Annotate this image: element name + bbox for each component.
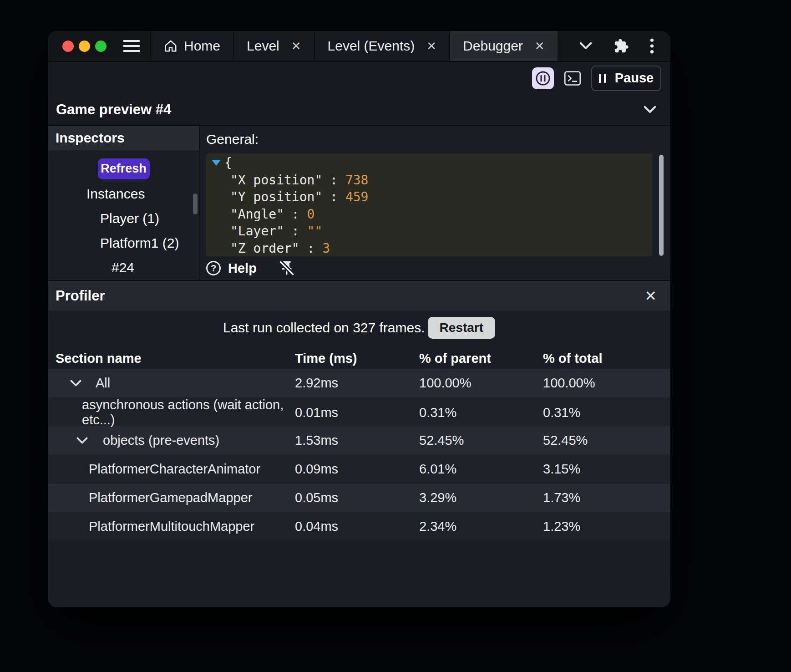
tree-item-player[interactable]: Player (1) [48, 206, 199, 231]
inspectors-panel: Inspectors Refresh Instances Player (1) … [48, 126, 200, 280]
game-preview-title: Game preview #4 [56, 102, 171, 118]
column-header-total: % of total [543, 351, 670, 366]
column-header-time: Time (ms) [295, 351, 419, 366]
help-row: ? Help [206, 260, 670, 276]
json-property[interactable]: "Angle" : 0 [206, 206, 652, 223]
profiler-table-header: Section name Time (ms) % of parent % of … [48, 348, 670, 369]
close-tab-icon[interactable]: ✕ [535, 39, 545, 53]
json-property[interactable]: "X position" : 738 [206, 172, 652, 189]
tab-level-events[interactable]: Level (Events) ✕ [315, 31, 451, 61]
refresh-button[interactable]: Refresh [98, 158, 150, 179]
profiler-title: Profiler [56, 288, 105, 304]
maximize-window-button[interactable] [95, 41, 106, 52]
tab-level[interactable]: Level ✕ [234, 31, 315, 61]
debugger-main: Inspectors Refresh Instances Player (1) … [48, 126, 670, 280]
scrollbar-thumb[interactable] [193, 193, 198, 214]
chevron-down-icon[interactable] [76, 437, 88, 445]
tree-item-instance-24[interactable]: #24 [48, 255, 199, 280]
general-panel: General: { "X position" : 738 "Y positio… [200, 126, 670, 280]
restart-button[interactable]: Restart [428, 317, 495, 339]
game-preview-bar[interactable]: Game preview #4 [48, 94, 670, 126]
table-row-objects-pre-events[interactable]: objects (pre-events) 1.53ms 52.45% 52.45… [48, 426, 670, 455]
minimize-window-button[interactable] [79, 41, 90, 52]
scrollbar-thumb[interactable] [659, 155, 664, 256]
close-tab-icon[interactable]: ✕ [426, 39, 436, 53]
column-header-section: Section name [48, 351, 295, 366]
json-property[interactable]: "Layer" : "" [206, 223, 652, 240]
help-label[interactable]: Help [228, 261, 257, 276]
column-header-parent: % of parent [419, 351, 543, 366]
table-row-character-animator[interactable]: PlatformerCharacterAnimator 0.09ms 6.01%… [48, 455, 670, 484]
general-panel-title: General: [206, 132, 670, 147]
home-icon [164, 39, 177, 53]
json-property[interactable]: "Z order" : 3 [206, 240, 652, 257]
tab-label: Level [247, 38, 279, 54]
pause-button[interactable]: Pause [591, 66, 661, 91]
close-tab-icon[interactable]: ✕ [291, 39, 301, 53]
close-profiler-icon[interactable]: ✕ [644, 289, 657, 303]
json-property[interactable]: "Y position" : 459 [206, 188, 652, 206]
pause-on-exceptions-toggle-button[interactable] [532, 67, 554, 89]
close-window-button[interactable] [62, 41, 74, 52]
titlebar-right-controls [579, 31, 670, 61]
profiler-status-row: Last run collected on 327 frames. Restar… [48, 317, 670, 339]
titlebar: Home Level ✕ Level (Events) ✕ Debugger ✕ [48, 31, 670, 62]
tab-label: Level (Events) [328, 38, 415, 54]
kebab-menu-icon[interactable] [650, 38, 654, 54]
inspectors-panel-title: Inspectors [48, 126, 199, 150]
instance-properties-json-view[interactable]: { "X position" : 738 "Y position" : 459 … [206, 153, 652, 256]
tab-label: Home [184, 38, 220, 54]
table-row-multitouch-mapper[interactable]: PlatformerMultitouchMapper 0.04ms 2.34% … [48, 512, 670, 541]
profiler-header: Profiler ✕ [48, 280, 670, 311]
json-open-brace: { [206, 154, 652, 172]
profiler-body: Last run collected on 327 frames. Restar… [48, 317, 670, 541]
pause-icon [599, 74, 606, 83]
chevron-down-icon[interactable] [70, 379, 82, 387]
chevron-down-icon[interactable] [579, 41, 593, 51]
help-icon[interactable]: ? [206, 261, 221, 275]
unpin-icon[interactable] [279, 260, 295, 276]
circle-pause-icon [535, 70, 551, 87]
debugger-toolbar: Pause [48, 62, 670, 94]
table-row-all[interactable]: All 2.92ms 100.00% 100.00% [48, 369, 670, 397]
tab-label: Debugger [463, 38, 523, 54]
tree-item-instances[interactable]: Instances [48, 182, 199, 206]
chevron-down-icon[interactable] [643, 105, 657, 114]
app-window: Home Level ✕ Level (Events) ✕ Debugger ✕ [48, 31, 670, 607]
traffic-lights [48, 31, 106, 61]
table-row-gamepad-mapper[interactable]: PlatformerGamepadMapper 0.05ms 3.29% 1.7… [48, 484, 670, 512]
pause-button-label: Pause [615, 71, 654, 86]
collapse-triangle-icon[interactable] [212, 160, 221, 166]
console-button[interactable] [564, 71, 581, 86]
profiler-status-text: Last run collected on 327 frames. [223, 320, 425, 336]
tree-item-platform1[interactable]: Platform1 (2) [48, 231, 199, 255]
console-icon [564, 71, 581, 86]
tab-home[interactable]: Home [150, 31, 234, 61]
inspectors-tree: Instances Player (1) Platform1 (2) #24 [48, 182, 199, 280]
hamburger-menu-icon[interactable] [123, 31, 140, 61]
table-row-async-actions[interactable]: asynchronous actions (wait action, etc..… [48, 397, 670, 426]
tab-strip: Home Level ✕ Level (Events) ✕ Debugger ✕ [150, 31, 558, 61]
tab-debugger[interactable]: Debugger ✕ [450, 31, 558, 61]
extensions-puzzle-icon[interactable] [614, 38, 629, 54]
